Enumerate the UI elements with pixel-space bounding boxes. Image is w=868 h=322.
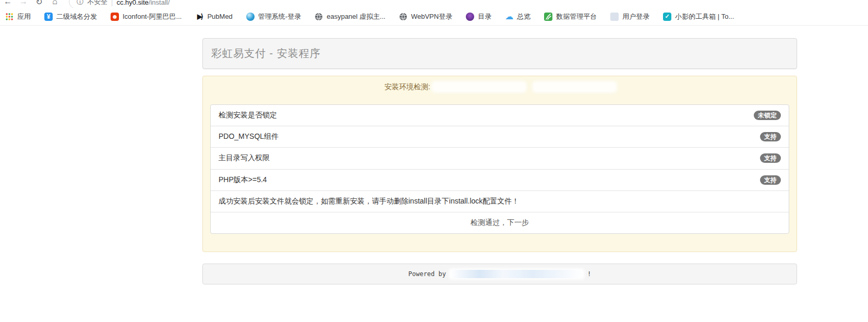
purple-berry-icon bbox=[466, 13, 474, 21]
powered-by-text: Powered by bbox=[408, 270, 446, 278]
bookmark-label: PubMed bbox=[207, 13, 232, 20]
bookmark-admin-login[interactable]: 管理系统-登录 bbox=[246, 12, 301, 21]
blue-sphere-icon bbox=[246, 13, 255, 21]
bookmark-label: 用户登录 bbox=[622, 12, 649, 21]
env-check-panel: 安装环境检测: 检测安装是否锁定 未锁定 PDO_MYSQL组件 支持 主目录写… bbox=[202, 76, 797, 252]
url-path: /install/ bbox=[149, 0, 170, 6]
check-row-pdo-mysql: PDO_MYSQL组件 支持 bbox=[211, 126, 789, 147]
check-label: PDO_MYSQL组件 bbox=[219, 132, 279, 141]
footer-suffix: ! bbox=[587, 270, 591, 278]
address-bar[interactable]: ⓘ 不安全 | cc.hy0.site/install/ bbox=[69, 0, 868, 8]
next-step-button[interactable]: 检测通过，下一步 bbox=[211, 212, 789, 233]
bookmarks-bar: 应用 ¥ 二级域名分发 ☻ Iconfont-阿里巴巴... ▶⟩ PubMed… bbox=[0, 8, 868, 26]
redacted-text bbox=[433, 83, 525, 91]
lock-notice-row: 成功安装后安装文件就会锁定，如需重新安装，请手动删除install目录下inst… bbox=[211, 190, 789, 212]
check-label: PHP版本>=5.4 bbox=[219, 175, 267, 185]
apps-grid-icon bbox=[5, 13, 14, 21]
yen-clipboard-icon: ¥ bbox=[44, 13, 53, 21]
env-check-label: 安装环境检测: bbox=[384, 82, 430, 91]
teal-toolbox-icon: ✓ bbox=[663, 13, 671, 21]
green-leaf-icon bbox=[544, 13, 552, 21]
info-icon[interactable]: ⓘ bbox=[77, 0, 83, 7]
check-row-write-permission: 主目录写入权限 支持 bbox=[211, 147, 789, 169]
pubmed-icon: ▶⟩ bbox=[195, 13, 203, 21]
env-check-list: 检测安装是否锁定 未锁定 PDO_MYSQL组件 支持 主目录写入权限 支持 P… bbox=[210, 104, 789, 234]
bookmark-label: WebVPN登录 bbox=[411, 12, 452, 21]
forward-icon[interactable]: → bbox=[16, 0, 31, 6]
browser-toolbar: ← → ↻ ⌂ ⓘ 不安全 | cc.hy0.site/install/ bbox=[0, 0, 868, 8]
blue-cloud-icon: ☁ bbox=[505, 13, 513, 21]
back-icon[interactable]: ← bbox=[0, 0, 16, 6]
footer-panel: Powered by ! bbox=[202, 264, 797, 284]
bookmark-data-platform[interactable]: 数据管理平台 bbox=[544, 12, 597, 21]
bookmark-label: 小影的工具箱 | To... bbox=[675, 12, 734, 21]
check-row-php-version: PHP版本>=5.4 支持 bbox=[211, 169, 789, 190]
bookmark-toolbox[interactable]: ✓ 小影的工具箱 | To... bbox=[663, 12, 734, 21]
status-badge: 支持 bbox=[760, 132, 781, 141]
globe-icon bbox=[399, 13, 407, 21]
bookmark-domain-dispatch[interactable]: ¥ 二级域名分发 bbox=[44, 12, 97, 21]
bookmark-label: 目录 bbox=[478, 12, 491, 21]
reload-icon[interactable]: ↻ bbox=[31, 0, 47, 7]
check-label: 检测安装是否锁定 bbox=[219, 111, 277, 120]
status-badge: 支持 bbox=[760, 175, 781, 185]
bookmark-label: easypanel 虚拟主... bbox=[327, 12, 385, 21]
bookmark-label: 总览 bbox=[517, 12, 531, 21]
globe-icon bbox=[315, 13, 323, 21]
home-icon[interactable]: ⌂ bbox=[47, 0, 63, 6]
redacted-text bbox=[534, 83, 615, 91]
bookmark-pubmed[interactable]: ▶⟩ PubMed bbox=[195, 13, 232, 21]
bookmark-iconfont[interactable]: ☻ Iconfont-阿里巴巴... bbox=[111, 12, 182, 21]
bookmark-label: 管理系统-登录 bbox=[258, 12, 301, 21]
security-chip[interactable]: 不安全 bbox=[87, 0, 107, 7]
next-step-label: 检测通过，下一步 bbox=[471, 218, 529, 228]
check-label: 主目录写入权限 bbox=[219, 153, 270, 163]
status-badge: 支持 bbox=[760, 153, 781, 163]
bookmark-easypanel[interactable]: easypanel 虚拟主... bbox=[315, 12, 385, 21]
bookmark-apps[interactable]: 应用 bbox=[5, 12, 31, 21]
bookmark-label: 二级域名分发 bbox=[56, 12, 97, 21]
bookmark-label: 应用 bbox=[17, 12, 31, 21]
env-check-heading: 安装环境检测: bbox=[203, 82, 797, 92]
bookmark-directory[interactable]: 目录 bbox=[466, 12, 491, 21]
page-title: 彩虹易支付 - 安装程序 bbox=[211, 46, 321, 61]
default-favicon bbox=[610, 13, 619, 21]
iconfont-skull-icon: ☻ bbox=[111, 13, 119, 21]
lock-notice-text: 成功安装后安装文件就会锁定，如需重新安装，请手动删除install目录下inst… bbox=[219, 197, 519, 206]
redacted-text bbox=[450, 270, 583, 278]
url-host: cc.hy0.site bbox=[116, 0, 148, 6]
bookmark-overview[interactable]: ☁ 总览 bbox=[505, 12, 531, 21]
bookmark-webvpn[interactable]: WebVPN登录 bbox=[399, 12, 452, 21]
check-row-install-lock: 检测安装是否锁定 未锁定 bbox=[211, 105, 789, 126]
status-badge: 未锁定 bbox=[754, 111, 781, 120]
bookmark-user-login[interactable]: 用户登录 bbox=[610, 12, 649, 21]
address-divider: | bbox=[111, 0, 113, 6]
bookmark-label: 数据管理平台 bbox=[556, 12, 597, 21]
bookmark-label: Iconfont-阿里巴巴... bbox=[123, 12, 182, 21]
installer-header-panel: 彩虹易支付 - 安装程序 bbox=[202, 38, 797, 69]
